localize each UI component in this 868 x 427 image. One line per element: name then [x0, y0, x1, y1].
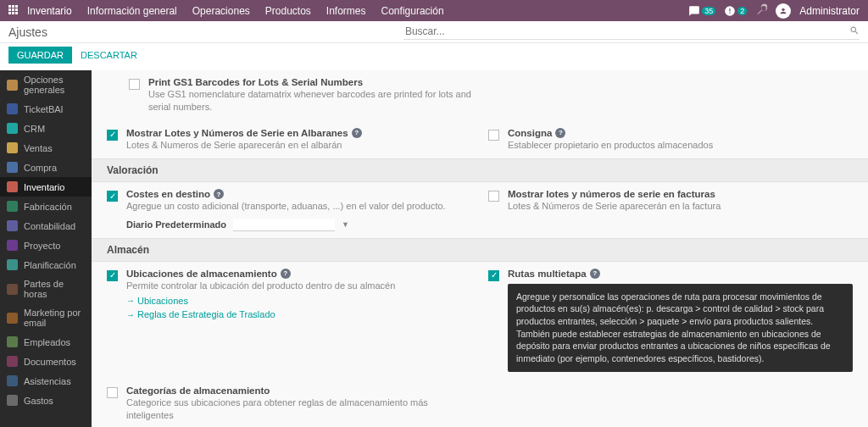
lbl-ubicaciones: Ubicaciones de almacenamiento	[126, 269, 277, 279]
top-menu: Información general Operaciones Producto…	[87, 5, 689, 17]
sidebar-item-label: Documentos	[24, 357, 76, 367]
help-icon[interactable]: ?	[352, 128, 362, 138]
search-icon[interactable]	[849, 25, 860, 38]
settings-sidebar: Opciones generalesTicketBAICRMVentasComp…	[0, 70, 92, 427]
help-icon[interactable]: ?	[555, 128, 565, 138]
sidebar-item-planificación[interactable]: Planificación	[0, 255, 92, 274]
sidebar-item-label: Compra	[24, 163, 57, 173]
menu-config[interactable]: Configuración	[381, 5, 444, 17]
module-icon	[7, 336, 18, 347]
top-navbar: Inventario Información general Operacion…	[0, 0, 868, 21]
lbl-categorias: Categorías de almacenamiento	[126, 385, 471, 396]
sidebar-item-label: Contabilidad	[24, 221, 75, 231]
discard-button[interactable]: DESCARTAR	[81, 50, 137, 60]
user-name[interactable]: Administrator	[799, 5, 860, 17]
sidebar-item-marketing-por-email[interactable]: Marketing por email	[0, 303, 92, 332]
sidebar-item-label: CRM	[24, 124, 45, 134]
lbl-diario: Diario Predeterminado	[126, 219, 226, 230]
control-panel: Ajustes	[0, 21, 868, 43]
action-bar: GUARDAR DESCARTAR	[0, 43, 868, 70]
app-brand[interactable]: Inventario	[27, 5, 72, 17]
sidebar-item-empleados[interactable]: Empleados	[0, 332, 92, 352]
lbl-costes: Costes en destino	[126, 189, 210, 199]
desc-costes: Agregue un costo adicional (transporte, …	[126, 200, 471, 213]
chk-costes[interactable]	[107, 191, 118, 202]
sidebar-item-ticketbai[interactable]: TicketBAI	[0, 99, 92, 119]
section-valoracion: Valoración	[92, 158, 868, 182]
menu-operations[interactable]: Operaciones	[192, 5, 250, 17]
caret-icon[interactable]: ▼	[342, 220, 349, 229]
module-icon	[7, 220, 18, 231]
desc-ubicaciones: Permite controlar la ubicación del produ…	[126, 280, 471, 292]
sidebar-item-label: Partes de horas	[24, 279, 85, 299]
chk-ubicaciones[interactable]	[107, 270, 118, 281]
svg-point-0	[782, 8, 785, 10]
module-icon	[7, 395, 18, 406]
desc-categorias: Categorice sus ubicaciones para obtener …	[126, 396, 471, 423]
module-icon	[7, 240, 18, 251]
lbl-consigna: Consigna	[508, 128, 552, 138]
avatar[interactable]	[776, 3, 791, 19]
sidebar-item-partes-de-horas[interactable]: Partes de horas	[0, 274, 92, 303]
link-reglas[interactable]: Reglas de Estrategia de Traslado	[126, 309, 275, 319]
activities-icon[interactable]: 2	[724, 5, 747, 17]
menu-products[interactable]: Productos	[265, 5, 311, 17]
sidebar-item-label: Ventas	[24, 143, 53, 153]
chk-gs1[interactable]	[129, 79, 140, 90]
sidebar-item-crm[interactable]: CRM	[0, 119, 92, 138]
desc-mostrar-albaranes: Lotes & Numeros de Serie aparecerán en e…	[126, 139, 471, 152]
chk-categorias[interactable]	[107, 387, 118, 398]
sidebar-item-label: Inventario	[24, 182, 64, 192]
module-icon	[7, 162, 18, 173]
sidebar-item-label: Asistencias	[24, 376, 71, 386]
chk-consigna[interactable]	[488, 130, 499, 141]
sidebar-item-documentos[interactable]: Documentos	[0, 352, 92, 371]
module-icon	[7, 313, 18, 324]
sidebar-item-opciones-generales[interactable]: Opciones generales	[0, 70, 92, 99]
section-almacen: Almacén	[92, 238, 868, 262]
chk-mostrar-albaranes[interactable]	[107, 130, 118, 141]
sidebar-item-contabilidad[interactable]: Contabilidad	[0, 216, 92, 236]
sidebar-item-label: Proyecto	[24, 241, 60, 251]
help-icon[interactable]: ?	[281, 269, 291, 279]
desc-consigna: Establecer propietario en productos alma…	[508, 139, 853, 152]
activities-count: 2	[737, 7, 747, 15]
help-icon[interactable]: ?	[590, 269, 600, 279]
sidebar-item-gastos[interactable]: Gastos	[0, 391, 92, 410]
module-icon	[7, 80, 18, 91]
sidebar-item-label: Fabricación	[24, 202, 72, 212]
chk-rutas[interactable]	[488, 270, 499, 281]
module-icon	[7, 284, 18, 295]
save-button[interactable]: GUARDAR	[8, 47, 72, 64]
lbl-mostrar-albaranes: Mostrar Lotes y Números de Serie en Alba…	[126, 128, 348, 138]
messages-icon[interactable]: 35	[688, 5, 715, 17]
input-diario[interactable]	[233, 219, 335, 231]
module-icon	[7, 181, 18, 192]
sidebar-item-ventas[interactable]: Ventas	[0, 138, 92, 158]
sidebar-item-label: Planificación	[24, 260, 76, 270]
debug-icon[interactable]	[755, 3, 767, 18]
sidebar-item-label: TicketBAI	[24, 104, 64, 114]
menu-reports[interactable]: Informes	[326, 5, 366, 17]
sidebar-item-compra[interactable]: Compra	[0, 158, 92, 177]
module-icon	[7, 375, 18, 386]
sidebar-item-proyecto[interactable]: Proyecto	[0, 236, 92, 255]
desc-mostrar-facturas: Lotes & Números de Serie aparecerán en l…	[508, 200, 853, 213]
help-icon[interactable]: ?	[214, 189, 224, 199]
sidebar-item-label: Gastos	[24, 396, 53, 406]
sidebar-item-label: Empleados	[24, 337, 70, 347]
link-ubicaciones[interactable]: Ubicaciones	[126, 296, 188, 306]
sidebar-item-asistencias[interactable]: Asistencias	[0, 371, 92, 391]
module-icon	[7, 142, 18, 153]
apps-icon[interactable]	[8, 5, 20, 17]
module-icon	[7, 123, 18, 134]
lbl-rutas: Rutas multietapa	[508, 269, 587, 279]
search-input[interactable]	[403, 24, 860, 40]
module-icon	[7, 356, 18, 367]
module-icon	[7, 259, 18, 270]
sidebar-item-inventario[interactable]: Inventario	[0, 177, 92, 197]
menu-overview[interactable]: Información general	[87, 5, 177, 17]
chk-mostrar-facturas[interactable]	[488, 191, 499, 202]
module-icon	[7, 201, 18, 212]
sidebar-item-fabricación[interactable]: Fabricación	[0, 197, 92, 216]
